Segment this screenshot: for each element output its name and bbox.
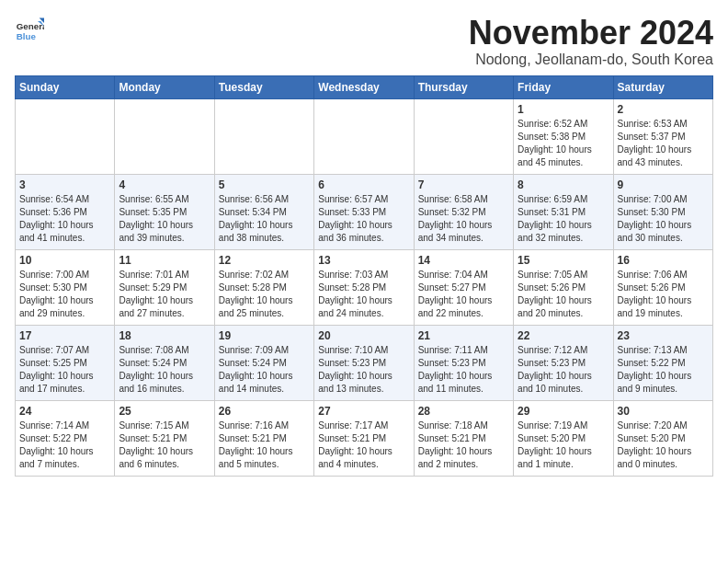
calendar-week-row: 3Sunrise: 6:54 AM Sunset: 5:36 PM Daylig…	[16, 174, 713, 249]
calendar-day-cell: 17Sunrise: 7:07 AM Sunset: 5:25 PM Dayli…	[16, 325, 115, 400]
calendar-day-cell: 25Sunrise: 7:15 AM Sunset: 5:21 PM Dayli…	[115, 400, 214, 476]
day-info: Sunrise: 7:09 AM Sunset: 5:24 PM Dayligh…	[219, 344, 310, 396]
day-number: 3	[19, 178, 110, 191]
calendar-day-cell: 13Sunrise: 7:03 AM Sunset: 5:28 PM Dayli…	[314, 249, 414, 325]
weekday-header-cell: Friday	[514, 75, 613, 98]
day-info: Sunrise: 6:54 AM Sunset: 5:36 PM Dayligh…	[19, 193, 110, 245]
title-block: November 2024 Nodong, Jeollanam-do, Sout…	[469, 15, 713, 68]
weekday-header-cell: Wednesday	[314, 75, 414, 98]
day-info: Sunrise: 7:00 AM Sunset: 5:30 PM Dayligh…	[618, 193, 709, 245]
day-info: Sunrise: 7:00 AM Sunset: 5:30 PM Dayligh…	[19, 269, 110, 320]
day-info: Sunrise: 7:20 AM Sunset: 5:20 PM Dayligh…	[618, 419, 709, 471]
calendar-day-cell: 24Sunrise: 7:14 AM Sunset: 5:22 PM Dayli…	[16, 400, 115, 476]
day-number: 23	[618, 329, 709, 342]
day-number: 15	[518, 254, 609, 267]
calendar-day-cell: 4Sunrise: 6:55 AM Sunset: 5:35 PM Daylig…	[115, 174, 214, 249]
day-number: 20	[318, 329, 409, 342]
day-info: Sunrise: 6:53 AM Sunset: 5:37 PM Dayligh…	[618, 118, 709, 169]
day-info: Sunrise: 7:07 AM Sunset: 5:25 PM Dayligh…	[19, 344, 110, 396]
calendar-day-cell: 28Sunrise: 7:18 AM Sunset: 5:21 PM Dayli…	[414, 400, 513, 476]
calendar-day-cell: 7Sunrise: 6:58 AM Sunset: 5:32 PM Daylig…	[414, 174, 513, 249]
calendar-day-cell: 19Sunrise: 7:09 AM Sunset: 5:24 PM Dayli…	[214, 325, 313, 400]
day-number: 1	[518, 103, 609, 116]
weekday-header-row: SundayMondayTuesdayWednesdayThursdayFrid…	[16, 75, 713, 98]
day-number: 13	[318, 254, 409, 267]
calendar-day-cell: 18Sunrise: 7:08 AM Sunset: 5:24 PM Dayli…	[115, 325, 214, 400]
calendar-week-row: 17Sunrise: 7:07 AM Sunset: 5:25 PM Dayli…	[16, 325, 713, 400]
day-info: Sunrise: 6:58 AM Sunset: 5:32 PM Dayligh…	[418, 193, 509, 245]
calendar-day-cell: 8Sunrise: 6:59 AM Sunset: 5:31 PM Daylig…	[514, 174, 613, 249]
day-info: Sunrise: 7:16 AM Sunset: 5:21 PM Dayligh…	[219, 419, 310, 471]
day-number: 4	[119, 178, 210, 191]
day-info: Sunrise: 7:18 AM Sunset: 5:21 PM Dayligh…	[418, 419, 509, 471]
calendar-body: 1Sunrise: 6:52 AM Sunset: 5:38 PM Daylig…	[16, 98, 713, 476]
day-number: 14	[418, 254, 509, 267]
day-number: 12	[219, 254, 310, 267]
calendar-day-cell: 26Sunrise: 7:16 AM Sunset: 5:21 PM Dayli…	[214, 400, 313, 476]
day-number: 29	[518, 405, 609, 418]
calendar-table: SundayMondayTuesdayWednesdayThursdayFrid…	[15, 75, 713, 477]
day-number: 10	[19, 254, 110, 267]
day-info: Sunrise: 6:57 AM Sunset: 5:33 PM Dayligh…	[318, 193, 409, 245]
calendar-day-cell: 29Sunrise: 7:19 AM Sunset: 5:20 PM Dayli…	[514, 400, 613, 476]
weekday-header-cell: Monday	[115, 75, 214, 98]
calendar-day-cell: 22Sunrise: 7:12 AM Sunset: 5:23 PM Dayli…	[514, 325, 613, 400]
day-number: 22	[518, 329, 609, 342]
day-info: Sunrise: 7:05 AM Sunset: 5:26 PM Dayligh…	[518, 269, 609, 320]
day-number: 21	[418, 329, 509, 342]
calendar-day-cell	[16, 98, 115, 174]
calendar-day-cell: 5Sunrise: 6:56 AM Sunset: 5:34 PM Daylig…	[214, 174, 313, 249]
weekday-header-cell: Thursday	[414, 75, 513, 98]
day-info: Sunrise: 7:08 AM Sunset: 5:24 PM Dayligh…	[119, 344, 210, 396]
day-info: Sunrise: 7:01 AM Sunset: 5:29 PM Dayligh…	[119, 269, 210, 320]
day-info: Sunrise: 6:59 AM Sunset: 5:31 PM Dayligh…	[518, 193, 609, 245]
day-number: 19	[219, 329, 310, 342]
calendar-day-cell: 16Sunrise: 7:06 AM Sunset: 5:26 PM Dayli…	[613, 249, 712, 325]
day-info: Sunrise: 7:15 AM Sunset: 5:21 PM Dayligh…	[119, 419, 210, 471]
day-number: 28	[418, 405, 509, 418]
day-number: 9	[618, 178, 709, 191]
calendar-day-cell: 11Sunrise: 7:01 AM Sunset: 5:29 PM Dayli…	[115, 249, 214, 325]
day-number: 8	[518, 178, 609, 191]
calendar-day-cell: 23Sunrise: 7:13 AM Sunset: 5:22 PM Dayli…	[613, 325, 712, 400]
day-number: 17	[19, 329, 110, 342]
day-number: 18	[119, 329, 210, 342]
calendar-day-cell: 30Sunrise: 7:20 AM Sunset: 5:20 PM Dayli…	[613, 400, 712, 476]
calendar-day-cell: 12Sunrise: 7:02 AM Sunset: 5:28 PM Dayli…	[214, 249, 313, 325]
calendar-day-cell: 9Sunrise: 7:00 AM Sunset: 5:30 PM Daylig…	[613, 174, 712, 249]
calendar-day-cell: 6Sunrise: 6:57 AM Sunset: 5:33 PM Daylig…	[314, 174, 414, 249]
day-info: Sunrise: 7:02 AM Sunset: 5:28 PM Dayligh…	[219, 269, 310, 320]
calendar-week-row: 1Sunrise: 6:52 AM Sunset: 5:38 PM Daylig…	[16, 98, 713, 174]
day-number: 7	[418, 178, 509, 191]
calendar-week-row: 24Sunrise: 7:14 AM Sunset: 5:22 PM Dayli…	[16, 400, 713, 476]
day-number: 5	[219, 178, 310, 191]
calendar-day-cell: 15Sunrise: 7:05 AM Sunset: 5:26 PM Dayli…	[514, 249, 613, 325]
day-number: 2	[618, 103, 709, 116]
calendar-day-cell: 27Sunrise: 7:17 AM Sunset: 5:21 PM Dayli…	[314, 400, 414, 476]
day-info: Sunrise: 6:56 AM Sunset: 5:34 PM Dayligh…	[219, 193, 310, 245]
calendar-week-row: 10Sunrise: 7:00 AM Sunset: 5:30 PM Dayli…	[16, 249, 713, 325]
calendar-day-cell: 1Sunrise: 6:52 AM Sunset: 5:38 PM Daylig…	[514, 98, 613, 174]
calendar-day-cell	[314, 98, 414, 174]
calendar-day-cell: 10Sunrise: 7:00 AM Sunset: 5:30 PM Dayli…	[16, 249, 115, 325]
weekday-header-cell: Tuesday	[214, 75, 313, 98]
calendar-day-cell: 21Sunrise: 7:11 AM Sunset: 5:23 PM Dayli…	[414, 325, 513, 400]
day-number: 30	[618, 405, 709, 418]
day-info: Sunrise: 7:12 AM Sunset: 5:23 PM Dayligh…	[518, 344, 609, 396]
weekday-header-cell: Saturday	[613, 75, 712, 98]
day-number: 25	[119, 405, 210, 418]
logo: General Blue	[15, 15, 44, 44]
day-number: 27	[318, 405, 409, 418]
calendar-day-cell: 20Sunrise: 7:10 AM Sunset: 5:23 PM Dayli…	[314, 325, 414, 400]
day-number: 24	[19, 405, 110, 418]
location-subtitle: Nodong, Jeollanam-do, South Korea	[469, 52, 713, 68]
calendar-day-cell: 14Sunrise: 7:04 AM Sunset: 5:27 PM Dayli…	[414, 249, 513, 325]
day-info: Sunrise: 7:14 AM Sunset: 5:22 PM Dayligh…	[19, 419, 110, 471]
day-number: 16	[618, 254, 709, 267]
calendar-day-cell: 2Sunrise: 6:53 AM Sunset: 5:37 PM Daylig…	[613, 98, 712, 174]
calendar-day-cell	[214, 98, 313, 174]
day-info: Sunrise: 7:06 AM Sunset: 5:26 PM Dayligh…	[618, 269, 709, 320]
svg-text:Blue: Blue	[17, 31, 37, 41]
calendar-day-cell: 3Sunrise: 6:54 AM Sunset: 5:36 PM Daylig…	[16, 174, 115, 249]
calendar-day-cell	[115, 98, 214, 174]
